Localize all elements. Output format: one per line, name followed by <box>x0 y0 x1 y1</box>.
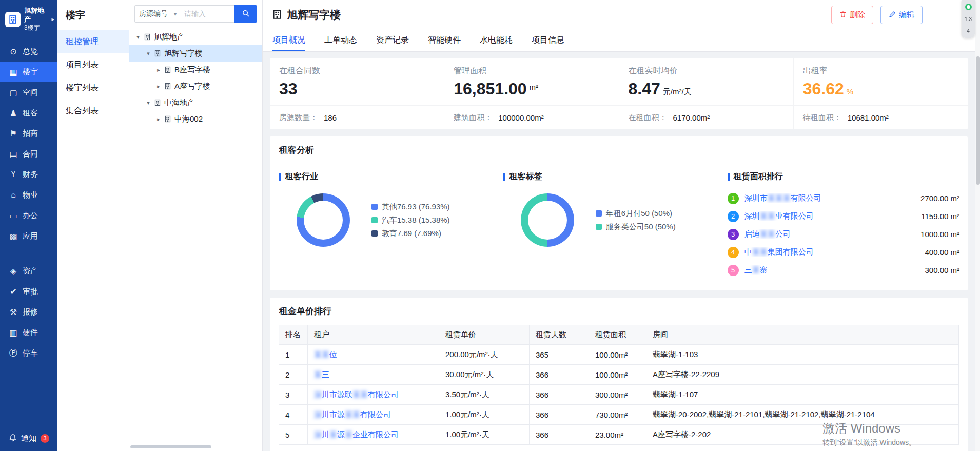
name-text: 源 <box>337 430 345 439</box>
sidebar-item-approval[interactable]: ✔审批 <box>0 281 57 302</box>
sidebar-item-contract[interactable]: ▤合同 <box>0 144 57 164</box>
tenant-link[interactable]: 三某寨 <box>744 265 920 275</box>
donut-hole <box>528 201 567 240</box>
search-button[interactable] <box>234 5 257 23</box>
vertical-scrollbar[interactable] <box>975 0 980 451</box>
area-rank-row: 3启迪某某公司1000.00 m² <box>728 225 959 243</box>
caret-right-icon[interactable]: ▸ <box>154 67 163 73</box>
tab-2[interactable]: 资产记录 <box>376 30 409 51</box>
tab-4[interactable]: 水电能耗 <box>480 30 513 51</box>
tenant-link[interactable]: 启迪某某公司 <box>744 229 915 239</box>
tree-node[interactable]: ▸B座写字楼 <box>129 62 262 78</box>
sidebar-item-office[interactable]: ▭办公 <box>0 205 57 226</box>
edit-button[interactable]: 编辑 <box>880 6 923 24</box>
sidebar-item-finance[interactable]: ¥财务 <box>0 164 57 185</box>
sidebar-item-notifications[interactable]: 通知 3 <box>0 427 57 449</box>
property-icon: ⌂ <box>9 190 18 200</box>
caret-down-icon[interactable]: ▾ <box>133 34 143 41</box>
cell-rank: 5 <box>279 425 308 445</box>
redacted-text: 某 <box>345 430 352 439</box>
sidebar-item-tenant[interactable]: ♟租客 <box>0 103 57 123</box>
repair-icon: ⚒ <box>9 307 18 317</box>
tree-panel: 房源编号 ▾ ▾旭辉地产▾旭辉写字楼▸B座写字楼▸A座写字楼▾中海地产▸中海00… <box>129 0 263 451</box>
tab-5[interactable]: 项目信息 <box>532 30 564 51</box>
submenu-item[interactable]: 项目列表 <box>57 53 129 76</box>
scrollbar-thumb[interactable] <box>130 445 211 448</box>
horizontal-scrollbar[interactable] <box>129 445 262 448</box>
stat-cell: 管理面积16,851.00m² <box>444 58 619 105</box>
name-text: 川市源联 <box>322 390 352 399</box>
caret-down-icon[interactable]: ▾ <box>144 100 153 106</box>
submenu-item[interactable]: 租控管理 <box>57 30 129 53</box>
tab-3[interactable]: 智能硬件 <box>428 30 461 51</box>
tenant-link[interactable]: 中某某集团有限公司 <box>744 247 920 257</box>
building-icon <box>154 50 161 57</box>
sidebar-item-parking[interactable]: Ⓟ停车 <box>0 343 57 363</box>
caret-down-icon[interactable]: ▾ <box>144 50 153 57</box>
sidebar-item-label: 办公 <box>23 211 38 221</box>
tenant-link[interactable]: 深圳某某业有限公司 <box>744 211 916 221</box>
rank-area-value: 400.00 m² <box>925 248 959 257</box>
tree-node[interactable]: ▸中海002 <box>129 111 262 127</box>
name-text: 中 <box>744 247 752 256</box>
stat-label: 在租实时均价 <box>629 66 793 76</box>
tree-node-label: 旭辉写字楼 <box>164 49 203 58</box>
tree-node[interactable]: ▾旭辉地产 <box>129 29 262 45</box>
hardware-icon: ▥ <box>9 328 18 338</box>
tree-node[interactable]: ▾旭辉写字楼 <box>129 45 262 62</box>
cell-area: 23.00m² <box>589 425 646 445</box>
redacted-text: 深 <box>314 430 322 439</box>
cell-rank: 4 <box>279 405 308 425</box>
submenu-item[interactable]: 楼宇列表 <box>57 76 129 100</box>
screen-overlay-widget: 1.3 4 <box>962 0 975 38</box>
name-text: 寨 <box>760 265 768 274</box>
legend-item: 其他76.93 (76.93%) <box>371 200 450 213</box>
tab-0[interactable]: 项目概况 <box>272 30 305 51</box>
sidebar-item-hardware[interactable]: ▥硬件 <box>0 322 57 343</box>
caret-right-icon[interactable]: ▸ <box>154 116 163 123</box>
stat-label: 出租率 <box>803 66 968 76</box>
legend-label: 年租6月付50 (50%) <box>606 209 672 219</box>
brand[interactable]: 旭辉地产 3楼宇 ▸ <box>0 0 57 37</box>
table-row: 2某三30.00元/m²·天366100.00m²A座写字楼-22-2209 <box>279 365 959 385</box>
search-icon <box>242 9 250 19</box>
sidebar-item-recruit[interactable]: ⚑招商 <box>0 123 57 144</box>
search-input[interactable] <box>180 5 234 23</box>
tenant-link[interactable]: 某三 <box>314 370 329 379</box>
cell-tenant: 深川某源某企业有限公司 <box>308 425 439 445</box>
sidebar-item-overview[interactable]: ⊙总览 <box>0 41 57 62</box>
overlay-value: 4 <box>967 28 970 34</box>
building-icon <box>154 99 161 106</box>
cell-unit-price: 1.00元/m²·天 <box>439 425 530 445</box>
tree-node[interactable]: ▾中海地产 <box>129 94 262 111</box>
tenant-link[interactable]: 深川某源某企业有限公司 <box>314 430 399 439</box>
name-text: 业有限公司 <box>775 211 814 220</box>
notifications-label: 通知 <box>21 434 36 443</box>
sidebar-item-property[interactable]: ⌂物业 <box>0 185 57 205</box>
caret-right-icon[interactable]: ▸ <box>154 83 163 90</box>
sidebar-item-apps[interactable]: ▩应用 <box>0 226 57 246</box>
rank-badge: 5 <box>728 265 739 276</box>
filter-type-select[interactable]: 房源编号 ▾ <box>134 5 180 23</box>
cell-rooms: 翡翠湖-1-103 <box>646 345 959 365</box>
tenant-link[interactable]: 深川市源联某某有限公司 <box>314 390 399 399</box>
sidebar-item-assets[interactable]: ◈资产 <box>0 261 57 281</box>
tenant-link[interactable]: 某某位 <box>314 350 337 359</box>
cell-unit-price: 3.50元/m²·天 <box>439 385 530 405</box>
scrollbar-thumb[interactable] <box>976 56 980 185</box>
legend-swatch <box>371 204 378 210</box>
area-rank-row: 5三某寨300.00 m² <box>728 261 959 279</box>
accent-bar <box>728 173 730 181</box>
redacted-text: 深 <box>314 390 322 399</box>
delete-button[interactable]: 删除 <box>831 6 873 24</box>
cell-days: 366 <box>530 385 589 405</box>
tenant-link[interactable]: 深圳市某某某有限公司 <box>744 193 915 203</box>
sidebar-item-repair[interactable]: ⚒报修 <box>0 302 57 322</box>
sidebar-item-space[interactable]: ▢空间 <box>0 82 57 103</box>
tenant-link[interactable]: 深川市源某某有限公司 <box>314 410 391 419</box>
submenu-item[interactable]: 集合列表 <box>57 100 129 123</box>
cell-unit-price: 30.00元/m²·天 <box>439 365 530 385</box>
sidebar-item-building[interactable]: ▦楼宇 <box>0 62 57 82</box>
tree-node[interactable]: ▸A座写字楼 <box>129 78 262 94</box>
tab-1[interactable]: 工单动态 <box>324 30 357 51</box>
